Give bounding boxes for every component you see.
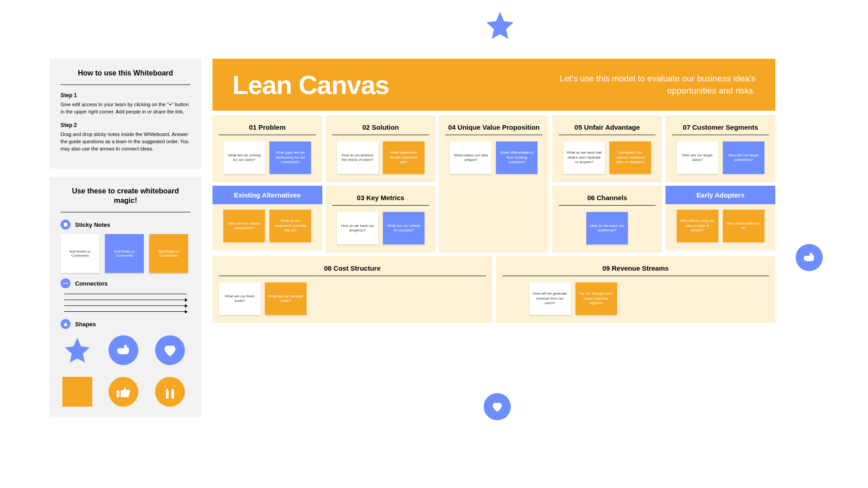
sticky-note[interactable]: What do our customers currently rely on? bbox=[269, 210, 311, 242]
connectors-section: Connectors bbox=[61, 278, 190, 288]
sticky-note[interactable]: Examples: Our network, exclusive data, o… bbox=[609, 141, 651, 174]
block-heading: 09 Revenue Streams bbox=[502, 262, 769, 276]
sticky-note[interactable]: What are our fixed costs? bbox=[219, 282, 260, 315]
sticky-note[interactable]: What makes our idea unique? bbox=[450, 141, 491, 174]
block-heading: Early Adopters bbox=[665, 186, 775, 204]
block-solution[interactable]: 02 Solution How do we address the needs … bbox=[326, 115, 436, 182]
sticky-note[interactable]: What differentiates it from existing sol… bbox=[496, 141, 538, 174]
magic-panel: Use these to create whiteboard magic! St… bbox=[50, 177, 201, 417]
step2-heading: Step 2 bbox=[61, 122, 190, 128]
shape-thumbs-up[interactable] bbox=[108, 377, 138, 407]
connectors-label: Connectors bbox=[75, 280, 108, 287]
block-customer-segments[interactable]: 07 Customer Segments Who are our target … bbox=[665, 115, 775, 182]
block-problem[interactable]: 01 Problem What are we solving for our u… bbox=[212, 115, 322, 182]
step1-body: Give edit access to your team by clickin… bbox=[61, 101, 190, 116]
sticky-notes-section: Sticky Notes bbox=[61, 220, 190, 230]
block-heading: 07 Customer Segments bbox=[672, 121, 769, 135]
sticky-note[interactable]: How do we track our progress? bbox=[337, 212, 378, 244]
block-early-adopters[interactable]: Early Adopters Who will be using our new… bbox=[665, 186, 775, 250]
shape-pointing-hand[interactable] bbox=[108, 335, 138, 365]
block-heading: 08 Cost Structure bbox=[219, 262, 486, 276]
block-heading: 03 Key Metrics bbox=[332, 191, 429, 205]
connector-icon bbox=[61, 278, 71, 288]
sticky-note[interactable]: Tip: Go through each target customer seg… bbox=[576, 282, 617, 315]
banner-title: Lean Canvas bbox=[232, 70, 389, 100]
sticky-note[interactable]: What do we have that others can't replic… bbox=[563, 141, 605, 174]
sticky-note[interactable]: What are our criteria for success? bbox=[383, 212, 425, 244]
sticky-note[interactable]: Who will be using our new product or ser… bbox=[677, 210, 718, 242]
sticky-note[interactable]: What are we solving for our users? bbox=[223, 141, 265, 174]
sticky-note[interactable]: What gaps are we addressing for our cust… bbox=[269, 141, 311, 174]
sticky-note[interactable]: Who will benefit from it? bbox=[723, 210, 764, 242]
divider bbox=[61, 212, 190, 212]
shapes-icon bbox=[61, 319, 71, 329]
step1-heading: Step 1 bbox=[61, 92, 190, 99]
sidebar: How to use this Whiteboard Step 1 Give e… bbox=[50, 59, 201, 425]
sticky-note[interactable]: Who are our target customers? bbox=[723, 141, 764, 174]
connector-arrow[interactable] bbox=[64, 300, 187, 300]
banner: Lean Canvas Let's use this model to eval… bbox=[212, 59, 775, 111]
block-heading: 01 Problem bbox=[219, 121, 316, 135]
sticky-sample-white[interactable]: Add Notes or Comments bbox=[61, 234, 99, 273]
block-heading: Existing Alternatives bbox=[212, 186, 322, 204]
sticky-note[interactable]: What are our variable costs? bbox=[265, 282, 307, 315]
step2-body: Drag and drop sticky notes inside the Wh… bbox=[61, 131, 190, 153]
block-key-metrics[interactable]: 03 Key Metrics How do we track our progr… bbox=[326, 186, 436, 253]
sticky-note-icon bbox=[61, 220, 71, 230]
sticky-note[interactable]: How do we address the needs of users? bbox=[337, 141, 378, 174]
block-unfair-advantage[interactable]: 05 Unfair Advantage What do we have that… bbox=[552, 115, 662, 182]
sticky-note[interactable]: How do we reach our audiences? bbox=[586, 212, 628, 244]
sticky-note[interactable]: Who are our target users? bbox=[677, 141, 718, 174]
connector-samples bbox=[61, 294, 190, 312]
block-revenue-streams[interactable]: 09 Revenue Streams How will we generate … bbox=[496, 256, 776, 323]
magic-title: Use these to create whiteboard magic! bbox=[61, 187, 190, 206]
block-heading: 04 Unique Value Proposition bbox=[445, 121, 542, 135]
howto-panel: How to use this Whiteboard Step 1 Give e… bbox=[50, 59, 201, 169]
block-uvp[interactable]: 04 Unique Value Proposition What makes o… bbox=[439, 115, 549, 253]
connector-line[interactable] bbox=[64, 294, 187, 294]
sticky-note[interactable]: How will we generate revenue from our us… bbox=[529, 282, 571, 315]
sticky-note[interactable]: Who are our closest competitors? bbox=[223, 210, 265, 242]
block-heading: 02 Solution bbox=[332, 121, 429, 135]
howto-title: How to use this Whiteboard bbox=[61, 69, 190, 78]
shapes-section: Shapes bbox=[61, 319, 190, 329]
connector-arrow[interactable] bbox=[64, 311, 187, 312]
svg-rect-2 bbox=[65, 283, 67, 284]
sticky-note[interactable]: What experience should customers get? bbox=[383, 141, 425, 174]
block-cost-structure[interactable]: 08 Cost Structure What are our fixed cos… bbox=[212, 256, 492, 323]
lean-canvas: Lean Canvas Let's use this model to eval… bbox=[212, 59, 775, 323]
divider bbox=[61, 84, 190, 85]
shape-star[interactable] bbox=[62, 335, 92, 365]
banner-subtitle: Let's use this model to evaluate our bus… bbox=[557, 73, 755, 97]
shapes-label: Shapes bbox=[75, 321, 96, 328]
block-channels[interactable]: 06 Channels How do we reach our audience… bbox=[552, 186, 662, 253]
star-icon[interactable] bbox=[484, 9, 516, 43]
heart-icon[interactable] bbox=[484, 393, 511, 420]
sticky-label: Sticky Notes bbox=[75, 221, 110, 228]
shape-raised-hands[interactable] bbox=[155, 377, 185, 407]
shape-square[interactable] bbox=[62, 377, 92, 407]
block-existing-alternatives[interactable]: Existing Alternatives Who are our closes… bbox=[212, 186, 322, 250]
sticky-sample-orange[interactable]: Add Notes or Comments bbox=[149, 234, 188, 273]
pointing-hand-icon[interactable] bbox=[796, 244, 823, 271]
sticky-sample-blue[interactable]: Add Notes or Comments bbox=[105, 234, 144, 273]
block-heading: 05 Unfair Advantage bbox=[559, 121, 656, 135]
shape-heart[interactable] bbox=[155, 335, 185, 365]
block-heading: 06 Channels bbox=[559, 191, 656, 205]
connector-arrow[interactable] bbox=[64, 305, 187, 306]
